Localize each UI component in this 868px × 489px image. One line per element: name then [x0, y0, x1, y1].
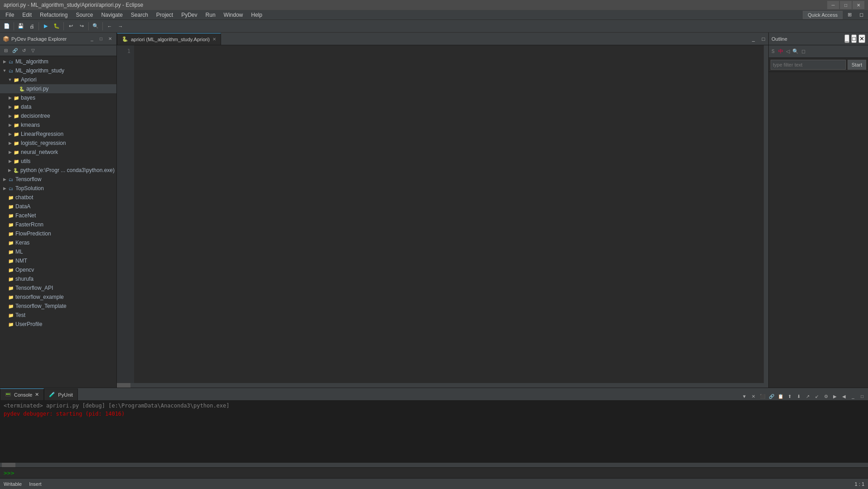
console-minimize-button[interactable]: _ — [849, 392, 857, 400]
prev-button[interactable]: ← — [105, 21, 115, 31]
console-btn-10[interactable]: ▶ — [831, 392, 839, 400]
menu-pydev[interactable]: PyDev — [178, 11, 201, 19]
outline-minimize-button[interactable]: _ — [844, 34, 849, 43]
perspective-button[interactable]: ⊞ — [844, 10, 854, 20]
tree-item-data[interactable]: ▶ 📁 data — [0, 102, 116, 111]
console-prompt: >>> — [4, 470, 14, 476]
console-btn-3[interactable]: 🔗 — [767, 392, 776, 400]
menu-source[interactable]: Source — [72, 11, 96, 19]
folder-icon-sh: 📁 — [7, 275, 14, 283]
menu-window[interactable]: Window — [220, 11, 247, 19]
editor-tab-apriori[interactable]: 🐍 apriori (ML_algorithm_study.Apriori) ✕ — [117, 33, 221, 45]
menu-project[interactable]: Project — [153, 11, 177, 19]
tree-item-kmeans[interactable]: ▶ 📁 kmeans — [0, 120, 116, 129]
run-button[interactable]: ▶ — [41, 21, 51, 31]
filter-button[interactable]: ▽ — [29, 47, 37, 55]
tree-item-test[interactable]: 📁 Test — [0, 311, 116, 320]
explorer-maximize-button[interactable]: □ — [97, 35, 105, 43]
console-tab-pyunit[interactable]: 🧪 PyUnit — [44, 388, 77, 400]
tree-item-topsolution[interactable]: ▶ 🗂 TopSolution — [0, 184, 116, 193]
tab-close-button[interactable]: ✕ — [212, 37, 216, 42]
editor-max-button[interactable]: □ — [758, 34, 768, 44]
new-button[interactable]: 📄 — [2, 21, 12, 31]
outline-close-button[interactable]: ✕ — [858, 34, 865, 43]
tree-item-apriori-py[interactable]: 🐍 apriori.py — [0, 84, 116, 93]
console-content[interactable]: <terminated> apriori.py [debug] [e:\Prog… — [0, 401, 868, 463]
editor-scrollbar-vertical[interactable] — [764, 45, 768, 383]
debug-button[interactable]: 🐛 — [52, 21, 62, 31]
console-scroll-horizontal[interactable] — [0, 463, 868, 467]
quick-access-button[interactable]: Quick Access — [803, 11, 843, 19]
close-button[interactable]: ✕ — [853, 1, 864, 9]
tree-item-tf-template[interactable]: 📁 Tensorflow_Template — [0, 302, 116, 311]
console-btn-6[interactable]: ⬇ — [795, 392, 803, 400]
editor-content[interactable] — [134, 45, 764, 383]
tree-item-tf-api[interactable]: 📁 Tensorflow_API — [0, 283, 116, 292]
redo-button[interactable]: ↪ — [77, 21, 87, 31]
menu-refactoring[interactable]: Refactoring — [36, 11, 71, 19]
console-btn-8[interactable]: ↙ — [813, 392, 821, 400]
tree-item-ml-algorithm[interactable]: ▶ 🗂 ML_algorithm — [0, 57, 116, 66]
tree-item-utils[interactable]: ▶ 📁 utils — [0, 157, 116, 166]
console-btn-4[interactable]: 📋 — [776, 392, 785, 400]
tree-item-tensorflow[interactable]: ▶ 🗂 Tensorflow — [0, 175, 116, 184]
console-stop-button[interactable]: ⬛ — [758, 392, 767, 400]
editor-min-button[interactable]: _ — [748, 34, 758, 44]
outline-start-button[interactable]: Start — [848, 60, 866, 70]
tab-icon: 🐍 — [122, 36, 128, 42]
tree-item-userprofile[interactable]: 📁 UserProfile — [0, 320, 116, 329]
search-button[interactable]: 🔍 — [91, 21, 101, 31]
console-tab-close[interactable]: ✕ — [35, 392, 39, 398]
tree-item-flowprediction[interactable]: 📁 FlowPrediction — [0, 229, 116, 238]
console-btn-5[interactable]: ⬆ — [786, 392, 794, 400]
menu-run[interactable]: Run — [202, 11, 219, 19]
tree-item-logistic[interactable]: ▶ 📁 logistic_regression — [0, 139, 116, 148]
console-tab-console[interactable]: 📟 Console ✕ — [0, 388, 44, 400]
tree-item-apriori[interactable]: ▼ 📁 Apriori — [0, 75, 116, 84]
tree-item-shurufa[interactable]: 📁 shurufa — [0, 274, 116, 283]
open-perspective-button[interactable]: ◻ — [856, 10, 866, 20]
save-button[interactable]: 💾 — [16, 21, 26, 31]
tree-item-decisiontree[interactable]: ▶ 📁 decisiontree — [0, 111, 116, 120]
console-btn-1[interactable]: ▼ — [740, 392, 748, 400]
outline-title: Outline — [772, 36, 843, 42]
menu-search[interactable]: Search — [127, 11, 152, 19]
tree-item-ml-algorithm-study[interactable]: ▼ 🗂 ML_algorithm_study — [0, 66, 116, 75]
tree-item-tf-example[interactable]: 📁 tensorflow_example — [0, 292, 116, 302]
next-button[interactable]: → — [116, 21, 125, 31]
tree-item-chatbot[interactable]: 📁 chatbot — [0, 193, 116, 202]
explorer-close-button[interactable]: ✕ — [106, 35, 114, 43]
outline-maximize-button[interactable]: □ — [851, 34, 857, 43]
editor-scrollbar-horizontal[interactable] — [117, 383, 768, 388]
minimize-button[interactable]: ─ — [827, 1, 839, 9]
sync-button[interactable]: ↺ — [20, 47, 28, 55]
menu-navigate[interactable]: Navigate — [97, 11, 126, 19]
menu-file[interactable]: File — [2, 11, 18, 19]
menu-help[interactable]: Help — [247, 11, 266, 19]
collapse-all-button[interactable]: ⊟ — [2, 47, 10, 55]
menu-edit[interactable]: Edit — [19, 11, 35, 19]
console-btn-11[interactable]: ◀ — [840, 392, 848, 400]
print-button[interactable]: 🖨 — [27, 21, 37, 31]
console-btn-7[interactable]: ↗ — [804, 392, 812, 400]
tree-item-nn[interactable]: ▶ 📁 neural_network — [0, 148, 116, 157]
console-btn-9[interactable]: ⚙ — [822, 392, 830, 400]
undo-button[interactable]: ↩ — [66, 21, 76, 31]
tree-item-keras[interactable]: 📁 Keras — [0, 238, 116, 247]
console-clear-button[interactable]: ✕ — [749, 392, 757, 400]
tree-item-ml[interactable]: 📁 ML — [0, 247, 116, 256]
tree-item-fasterrcnn[interactable]: 📁 FasterRcnn — [0, 220, 116, 229]
tree-item-python[interactable]: ▶ 🐍 python (e:\Progr ... conda3\python.e… — [0, 166, 116, 175]
tree-item-dataa[interactable]: 📁 DataA — [0, 202, 116, 211]
link-editor-button[interactable]: 🔗 — [11, 47, 19, 55]
tree-item-opencv[interactable]: 📁 Opencv — [0, 265, 116, 274]
tree-item-nmt[interactable]: 📁 NMT — [0, 256, 116, 265]
tree-item-lr[interactable]: ▶ 📁 LinearRegression — [0, 129, 116, 139]
tree-item-bayes[interactable]: ▶ 📁 bayes — [0, 93, 116, 102]
tree-item-facenet[interactable]: 📁 FaceNet — [0, 211, 116, 220]
explorer-minimize-button[interactable]: _ — [88, 35, 96, 43]
maximize-button[interactable]: □ — [840, 1, 852, 9]
editor-outline-area: 🐍 apriori (ML_algorithm_study.Apriori) ✕… — [117, 33, 868, 388]
console-maximize-button[interactable]: □ — [858, 392, 866, 400]
outline-filter-input[interactable] — [771, 60, 846, 70]
